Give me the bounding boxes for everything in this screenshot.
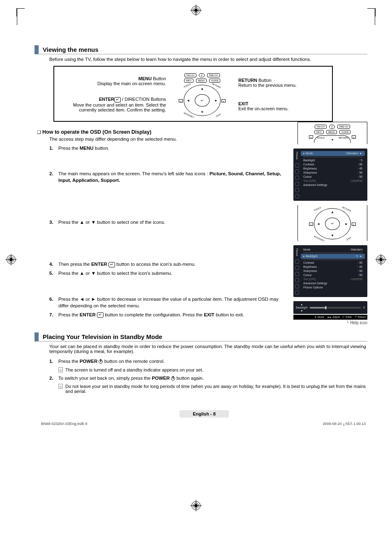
side-icon-left: ≡	[179, 99, 183, 102]
osd-menu-mode: Picture ▸ Mode: Standard ► Backlight5 Co…	[293, 149, 367, 201]
up-arrow-icon: ▲	[201, 87, 204, 91]
step-5: 5.Press the ▲ or ▼ button to select the …	[49, 270, 284, 276]
note-icon: ⌀	[58, 384, 63, 389]
left-arrow-icon: ◄	[187, 99, 190, 102]
osd-help-bar: ✦ Move ◄► Adjust ↵ Enter ↶ Return	[293, 315, 367, 320]
enter-button-label: ENTER↵ / DIRECTION Buttons Move the curs…	[59, 97, 166, 112]
dpad: TOOLS RETURN INTERNET EXIT ▲ ▼ ◄ ► ↵	[184, 85, 221, 116]
info-button: INFO	[184, 79, 194, 83]
step-6: 6.Press the ◄ or ► button to decrease or…	[49, 296, 284, 309]
step-2: 2.The main menu appears on the screen. T…	[49, 170, 284, 183]
favch-button: FAV.CH	[184, 73, 196, 77]
remote-diagram: MENU Button Display the main on-screen m…	[53, 66, 333, 122]
print-footer: BN68-02329A-03Eng.indb 8 2009-08-24 ¿ÀÈÄ…	[41, 422, 367, 426]
down-arrow-icon: ▼	[201, 110, 204, 114]
osd-slider: ▲Backlight▼ 5 ✦ Move ◄► Adjust ↵ Enter ↶…	[293, 301, 367, 325]
howto-sub: The access step may differ depending on …	[49, 137, 284, 142]
mini-remote-dpad: ≡ TOOLS RETURN INTERNET EXIT ▲▼ ◄► ↵ ≡	[297, 205, 367, 241]
page-number-badge: English - 8	[180, 410, 229, 418]
right-arrow-icon: ►	[214, 99, 218, 102]
step-3: 3.Press the ▲ or ▼ button to select one …	[49, 219, 284, 225]
section-title-viewing-menus: Viewing the menus	[35, 45, 367, 54]
menu-button: MENU	[196, 79, 207, 83]
howto-heading: How to operate the OSD (On Screen Displa…	[37, 129, 284, 135]
step-7: 7.Press the ENTER ↵ button to complete t…	[49, 311, 284, 318]
prech-button: PRE-CH	[207, 73, 220, 77]
section-title-standby: Placing Your Television in Standby Mode	[35, 332, 367, 341]
exit-button-label: EXIT Exit the on-screen menu.	[238, 101, 321, 111]
intro-text: Before using the TV, follow the steps be…	[49, 57, 367, 62]
remote-illustration: FAV.CH 0 PRE-CH INFO MENU GUIDE ≡ TOOLS …	[167, 71, 237, 118]
registration-mark-icon	[191, 501, 201, 510]
return-button-label: RETURN Button Return to the previous men…	[238, 78, 321, 88]
step-4: 4.Then press the ENTER ↵ button to acces…	[49, 261, 284, 267]
guide-button: GUIDE	[209, 79, 220, 83]
enter-icon: ↵	[97, 312, 104, 318]
power-icon	[99, 360, 103, 364]
enter-icon: ↵	[108, 262, 115, 267]
enter-icon: ↵	[114, 97, 121, 102]
osd-menu-backlight: Picture Mode: Standard ▸ Backlight: 5 ► …	[293, 245, 367, 297]
help-icon-caption: Help icon	[293, 320, 367, 325]
menu-button-label: MENU Button Display the main on-screen m…	[59, 76, 166, 86]
note-icon: ⌀	[58, 367, 63, 372]
standby-step-1: 1.Press the POWER button on the remote c…	[49, 358, 367, 365]
mini-remote-top: FAV.CH 0 PRE-CH INFO MENU GUIDE ≡ TOOLS …	[297, 122, 367, 144]
step-1: 1.Press the MENU button.	[49, 145, 284, 151]
enter-center-icon: ↵	[195, 94, 209, 107]
heading-text: Viewing the menus	[43, 46, 99, 53]
sidebar-icon	[295, 163, 299, 167]
standby-intro: Your set can be placed in standby mode i…	[49, 344, 367, 354]
power-icon	[171, 376, 175, 381]
side-icon-right: ≡	[221, 99, 226, 102]
zero-button: 0	[199, 73, 205, 77]
standby-step-2: 2.To switch your set back on, simply pre…	[49, 375, 367, 381]
